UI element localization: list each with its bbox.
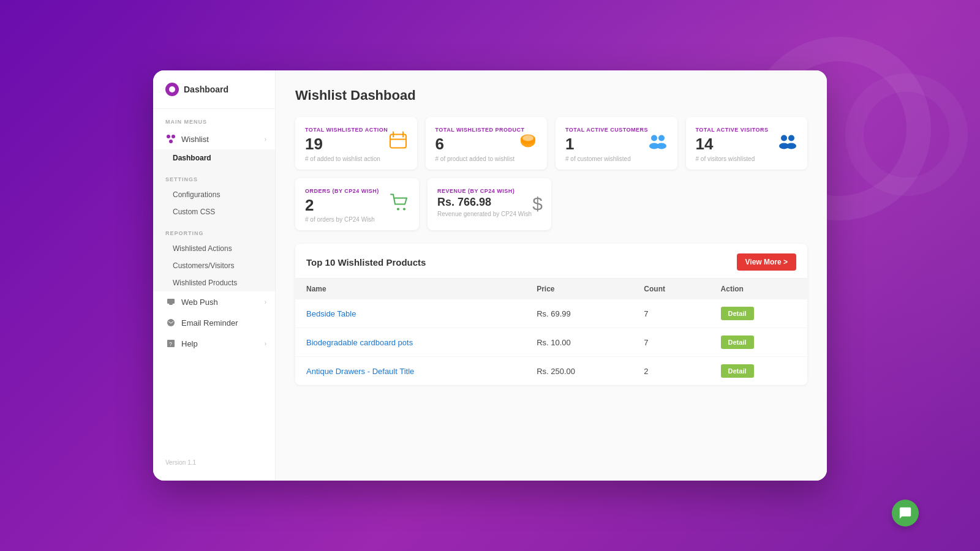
help-icon: ? xyxy=(165,338,176,349)
stat-card-total-action: TOTAL WISHLISTED ACTION 19 # of added to… xyxy=(295,117,417,170)
table-header-row: Name Price Count Action xyxy=(295,279,807,299)
products-table: Name Price Count Action Bedside Table Rs… xyxy=(295,279,807,385)
svg-point-23 xyxy=(786,143,796,149)
stat-desc-customers: # of customer wishlisted xyxy=(565,156,668,162)
sidebar: Dashboard MAIN MENUS Wishlist › Dashboar… xyxy=(153,70,276,481)
svg-rect-5 xyxy=(169,304,173,305)
sidebar-item-customers-visitors[interactable]: Customers/Visitors xyxy=(153,257,275,274)
table-title: Top 10 Wishlisted Products xyxy=(306,257,426,268)
main-menus-label: MAIN MENUS xyxy=(153,109,275,129)
detail-button[interactable]: Detail xyxy=(721,364,754,378)
stat-card-orders: ORDERS (BY CP24 WISH) 2 # of orders by C… xyxy=(295,178,419,231)
wishlist-icon xyxy=(165,133,176,144)
svg-point-19 xyxy=(657,143,666,149)
product-price-cell: Rs. 69.99 xyxy=(526,299,633,328)
stat-desc-product: # of product added to wishlist xyxy=(435,156,538,162)
sidebar-item-wishlisted-actions[interactable]: Wishlisted Actions xyxy=(153,240,275,257)
detail-button[interactable]: Detail xyxy=(721,335,754,349)
visitors-icon xyxy=(777,132,799,154)
svg-point-2 xyxy=(172,135,175,138)
col-header-price: Price xyxy=(526,279,633,299)
stats-grid-row1: TOTAL WISHLISTED ACTION 19 # of added to… xyxy=(295,117,807,170)
sidebar-logo: Dashboard xyxy=(153,83,275,109)
table-header: Top 10 Wishlisted Products View More > xyxy=(295,244,807,279)
email-icon xyxy=(165,317,176,328)
svg-point-16 xyxy=(651,135,657,141)
product-count-cell: 7 xyxy=(633,299,709,328)
sidebar-logo-text: Dashboard xyxy=(184,84,228,94)
stat-desc-orders: # of orders by CP24 Wish xyxy=(305,216,409,223)
customers-icon xyxy=(647,132,669,154)
orders-icon xyxy=(390,192,410,216)
sidebar-item-email-reminder[interactable]: Email Reminder xyxy=(153,312,275,333)
stat-value-revenue: Rs. 766.98 xyxy=(437,197,541,209)
col-header-count: Count xyxy=(633,279,709,299)
product-link[interactable]: Biodegradable cardboard pots xyxy=(306,338,413,347)
svg-rect-9 xyxy=(390,134,406,148)
svg-point-21 xyxy=(788,135,794,141)
sidebar-item-web-push[interactable]: Web Push › xyxy=(153,291,275,312)
stat-label-revenue: REVENUE (BY CP24 WISH) xyxy=(437,188,541,194)
products-table-section: Top 10 Wishlisted Products View More > N… xyxy=(295,244,807,385)
wishlisted-action-icon xyxy=(388,130,409,156)
svg-point-15 xyxy=(522,135,533,141)
sidebar-version: Version 1.1 xyxy=(153,449,275,468)
table-row: Antique Drawers - Default Title Rs. 250.… xyxy=(295,357,807,386)
svg-point-20 xyxy=(781,135,787,141)
wishlist-submenu: Dashboard SETTINGS Configurations Custom… xyxy=(153,149,275,291)
svg-text:?: ? xyxy=(169,341,172,347)
chat-bubble-button[interactable] xyxy=(892,500,919,527)
product-count-cell: 7 xyxy=(633,328,709,357)
svg-point-6 xyxy=(167,319,175,326)
product-name-cell: Biodegradable cardboard pots xyxy=(295,328,526,357)
svg-point-1 xyxy=(167,135,170,138)
sidebar-item-wishlisted-products[interactable]: Wishlisted Products xyxy=(153,274,275,291)
settings-label: SETTINGS xyxy=(153,167,275,186)
app-window: Dashboard MAIN MENUS Wishlist › Dashboar… xyxy=(153,70,827,481)
main-content: Wishlist Dashboad TOTAL WISHLISTED ACTIO… xyxy=(276,70,827,481)
web-push-icon xyxy=(165,296,176,307)
page-title: Wishlist Dashboad xyxy=(295,88,807,103)
sidebar-item-dashboard[interactable]: Dashboard xyxy=(153,149,275,167)
revenue-icon: $ xyxy=(532,193,543,214)
svg-point-24 xyxy=(397,208,399,211)
stat-card-visitors: TOTAL ACTIVE VISITORS 14 # of visitors w… xyxy=(686,117,808,170)
svg-point-3 xyxy=(169,140,173,143)
product-action-cell: Detail xyxy=(710,328,807,357)
product-name-cell: Bedside Table xyxy=(295,299,526,328)
sidebar-item-help[interactable]: ? Help › xyxy=(153,333,275,354)
chevron-right-icon-help: › xyxy=(265,340,266,347)
stat-desc-action: # of added to wishlist action xyxy=(305,156,407,162)
stat-card-revenue: REVENUE (BY CP24 WISH) Rs. 766.98 Revenu… xyxy=(428,178,551,231)
product-count-cell: 2 xyxy=(633,357,709,386)
svg-point-25 xyxy=(403,208,405,211)
view-more-button[interactable]: View More > xyxy=(737,253,796,271)
product-name-cell: Antique Drawers - Default Title xyxy=(295,357,526,386)
svg-point-17 xyxy=(658,135,665,141)
product-link[interactable]: Antique Drawers - Default Title xyxy=(306,367,414,376)
product-price-cell: Rs. 10.00 xyxy=(526,328,633,357)
product-price-cell: Rs. 250.00 xyxy=(526,357,633,386)
product-action-cell: Detail xyxy=(710,357,807,386)
wishlist-label: Wishlist xyxy=(181,135,209,144)
product-action-cell: Detail xyxy=(710,299,807,328)
wishlisted-product-icon xyxy=(518,130,538,156)
svg-rect-4 xyxy=(167,299,175,304)
product-link[interactable]: Bedside Table xyxy=(306,309,356,318)
stat-card-customers: TOTAL ACTIVE CUSTOMERS 1 # of customer w… xyxy=(556,117,677,170)
stat-card-total-product: TOTAL WISHLISTED PRODUCT 6 # of product … xyxy=(426,117,548,170)
stats-grid-row2: ORDERS (BY CP24 WISH) 2 # of orders by C… xyxy=(295,178,807,231)
dashboard-icon xyxy=(165,83,179,96)
sidebar-item-configurations[interactable]: Configurations xyxy=(153,186,275,203)
sidebar-item-custom-css[interactable]: Custom CSS xyxy=(153,203,275,220)
svg-point-0 xyxy=(169,86,175,92)
detail-button[interactable]: Detail xyxy=(721,307,754,320)
stat-desc-visitors: # of visitors wishlisted xyxy=(696,156,798,162)
sidebar-item-wishlist[interactable]: Wishlist › xyxy=(153,129,275,149)
table-row: Biodegradable cardboard pots Rs. 10.00 7… xyxy=(295,328,807,357)
col-header-name: Name xyxy=(295,279,526,299)
reporting-label: REPORTING xyxy=(153,220,275,240)
table-row: Bedside Table Rs. 69.99 7 Detail xyxy=(295,299,807,328)
chevron-right-icon: › xyxy=(265,136,266,143)
col-header-action: Action xyxy=(710,279,807,299)
